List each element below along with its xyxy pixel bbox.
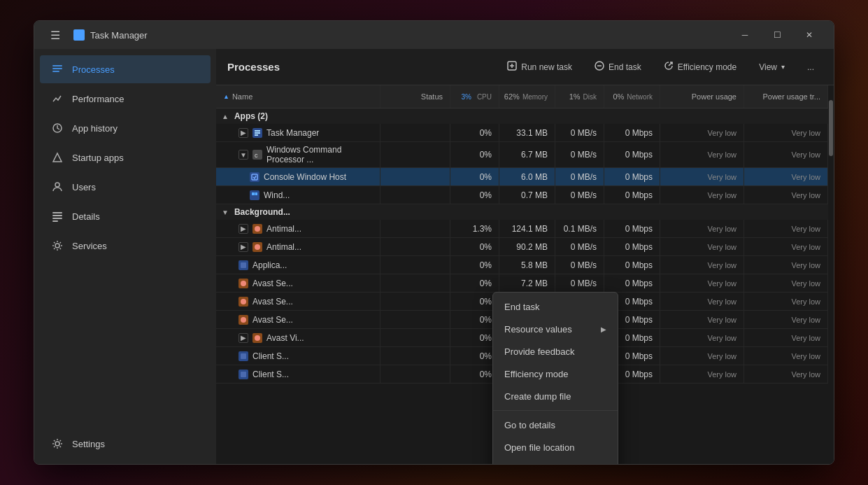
app-history-icon [51,122,64,134]
sort-by-memory[interactable]: 62% Memory [499,85,555,108]
process-icon [239,279,248,288]
context-menu-item-search-online[interactable]: Search online [493,458,618,464]
process-icon [239,260,248,270]
process-name: Avast Se... [252,297,293,307]
svg-rect-6 [52,71,59,72]
table-row[interactable]: Avast Se... 0% 7.2 MB 0 MB/s 0 Mbps Very… [216,274,828,293]
efficiency-icon [664,61,674,73]
power-trend-cell: Very low [744,347,828,365]
svg-rect-5 [52,68,62,69]
table-row[interactable]: ▶ Antimal... 1.3% 124.1 MB 0.1 MB/s 0 Mb… [216,220,828,238]
process-name: Task Manager [266,128,319,138]
sidebar-item-settings[interactable]: Settings [40,430,211,458]
end-task-button[interactable]: End task [586,57,650,78]
sidebar-item-startup-apps[interactable]: Startup apps [40,143,211,171]
details-icon [51,210,64,223]
cpu-cell: 0% [450,186,499,204]
svg-rect-23 [255,132,260,134]
network-cell: 0 Mbps [604,238,660,255]
sidebar-item-app-history[interactable]: App history [40,114,211,142]
expand-button[interactable]: ▶ [239,224,248,234]
power-trend-cell: Very low [744,168,828,185]
svg-rect-4 [52,65,62,66]
context-menu-item-provide-feedback[interactable]: Provide feedback [493,340,618,363]
scrollbar-thumb[interactable] [829,100,833,156]
minimize-button[interactable]: ─ [729,24,761,46]
svg-marker-8 [53,153,62,162]
sort-by-name[interactable]: ▲ Name [216,85,380,108]
network-cell: 0 Mbps [604,220,660,237]
power-trend-cell: Very low [744,124,828,141]
power-trend-cell: Very low [744,220,828,237]
sort-by-cpu[interactable]: 3% CPU [450,85,499,108]
power-cell: Very low [660,220,744,237]
process-name: Windows Command Processor ... [266,145,373,164]
apps-group-header[interactable]: ▲ Apps (2) [216,108,828,124]
hamburger-button[interactable]: ☰ [43,22,68,48]
more-options-button[interactable]: ... [799,57,823,78]
titlebar: ☰ Task Manager ─ ☐ ✕ [34,21,834,49]
status-cell [380,274,450,292]
process-icon [239,297,248,307]
expand-button[interactable]: ▶ [239,333,248,343]
context-menu-item-resource-values[interactable]: Resource values ▶ [493,318,618,340]
process-name-cell: Console Window Host [216,168,380,185]
sort-by-power-trend[interactable]: Power usage tr... [744,85,828,108]
sidebar-item-services[interactable]: Services [40,232,211,260]
close-button[interactable]: ✕ [793,24,825,46]
process-name-cell: Avast Se... [216,293,380,310]
power-cell: Very low [660,329,744,346]
efficiency-mode-toolbar-button[interactable]: Efficiency mode [655,57,746,78]
sort-by-network[interactable]: 0% Network [604,85,660,108]
svg-rect-27 [252,192,255,195]
sidebar-item-users[interactable]: Users [40,173,211,201]
context-menu-item-create-dump[interactable]: Create dump file [493,385,618,407]
sidebar-label-startup-apps: Startup apps [72,153,124,163]
status-cell [380,124,450,141]
disk-cell: 0 MB/s [555,238,604,255]
table-row[interactable]: ▶ Task Manager 0% 33.1 MB 0 MB/s 0 Mbps … [216,124,828,142]
sort-by-power[interactable]: Power usage [660,85,744,108]
processes-icon [51,63,64,76]
table-row[interactable]: ▶ Antimal... 0% 90.2 MB 0 MB/s 0 Mbps Ve… [216,238,828,256]
process-name-cell: ▶ Task Manager [216,124,380,141]
power-trend-cell: Very low [744,329,828,346]
svg-rect-13 [52,220,58,222]
power-trend-cell: Very low [744,256,828,274]
main-content: Processes Performance App history [34,49,834,464]
disk-cell: 0 MB/s [555,142,604,167]
table-row[interactable]: Wind... 0% 0.7 MB 0 MB/s 0 Mbps Very low… [216,186,828,204]
disk-cell: 0 MB/s [555,168,604,185]
memory-cell: 6.0 MB [499,168,555,185]
cpu-cell: 0% [450,142,499,167]
run-new-task-button[interactable]: Run new task [499,57,581,78]
context-menu-item-end-task[interactable]: End task [493,295,618,318]
table-row[interactable]: ▼ c Windows Command Processor ... 0% 6.7… [216,142,828,168]
sidebar-label-processes: Processes [72,64,115,75]
maximize-button[interactable]: ☐ [761,24,793,46]
process-name: Antimal... [266,242,301,252]
network-cell: 0 Mbps [604,256,660,274]
process-name: Avast Se... [252,315,293,325]
power-trend-cell: Very low [744,274,828,292]
sort-by-status[interactable]: Status [380,85,450,108]
sort-by-disk[interactable]: 1% Disk [555,85,604,108]
sidebar-item-details[interactable]: Details [40,202,211,230]
power-cell: Very low [660,365,744,383]
background-group-header[interactable]: ▼ Background... [216,204,828,220]
expand-button[interactable]: ▼ [239,150,248,160]
disk-cell: 0 MB/s [555,256,604,274]
view-button[interactable]: View ▾ [750,57,793,78]
expand-button[interactable]: ▶ [239,242,248,252]
sidebar-item-performance[interactable]: Performance [40,85,211,113]
expand-button[interactable]: ▶ [239,128,248,138]
vertical-scrollbar[interactable] [828,85,834,464]
context-menu-item-open-file-location[interactable]: Open file location [493,436,618,458]
power-trend-cell: Very low [744,186,828,204]
context-menu-item-efficiency-mode[interactable]: Efficiency mode [493,363,618,385]
status-cell [380,347,450,365]
table-row[interactable]: Console Window Host 0% 6.0 MB 0 MB/s 0 M… [216,168,828,186]
sidebar-item-processes[interactable]: Processes [40,55,211,83]
context-menu-item-go-to-details[interactable]: Go to details [493,414,618,436]
table-row[interactable]: Applica... 0% 5.8 MB 0 MB/s 0 Mbps Very … [216,256,828,274]
